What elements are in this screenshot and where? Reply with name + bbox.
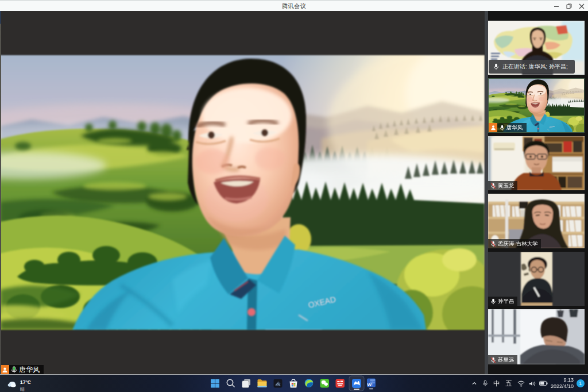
- svg-text:W: W: [368, 382, 372, 387]
